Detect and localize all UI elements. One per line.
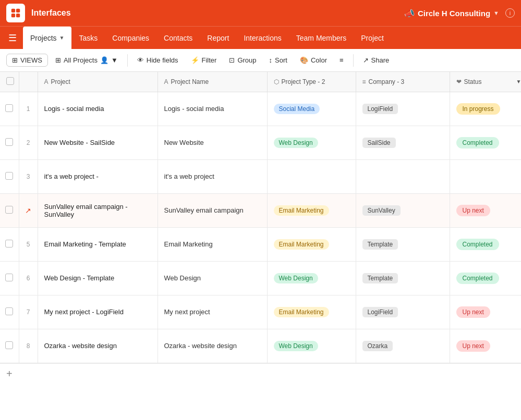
project-name-cell[interactable]: Web Design bbox=[157, 261, 267, 295]
table-row[interactable]: 3it's a web project -it's a web project bbox=[0, 159, 521, 193]
tab-report[interactable]: Report bbox=[200, 27, 236, 50]
status-cell[interactable]: Completed bbox=[450, 261, 521, 295]
table-header-row: A Project A Project Name ⬡ Project Type … bbox=[0, 72, 521, 92]
filter-button[interactable]: ⚡ Filter bbox=[186, 54, 222, 67]
hide-fields-button[interactable]: 👁 Hide fields bbox=[132, 54, 184, 67]
share-button[interactable]: ↗ Share bbox=[358, 54, 395, 67]
hamburger-icon[interactable]: ☰ bbox=[4, 30, 21, 46]
row-height-button[interactable]: ≡ bbox=[334, 54, 349, 67]
separator-1 bbox=[127, 54, 128, 67]
status-cell[interactable]: Completed bbox=[450, 126, 521, 159]
project-cell[interactable]: Web Design - Template bbox=[38, 261, 157, 295]
project-name-cell[interactable]: Ozarka - website design bbox=[157, 329, 267, 363]
checkbox[interactable] bbox=[5, 172, 13, 180]
company-cell[interactable]: LogiField bbox=[356, 295, 450, 329]
project-type-cell[interactable]: Web Design bbox=[267, 329, 356, 363]
table-row[interactable]: 7My next project - LogiFieldMy next proj… bbox=[0, 295, 521, 329]
project-type-cell[interactable]: Email Marketing bbox=[267, 295, 356, 329]
tab-companies[interactable]: Companies bbox=[105, 27, 156, 50]
company-cell[interactable]: SailSide bbox=[356, 126, 450, 159]
header-project[interactable]: A Project bbox=[38, 72, 157, 92]
header-project-name[interactable]: A Project Name bbox=[157, 72, 267, 92]
company-cell[interactable] bbox=[356, 159, 450, 193]
project-name-cell[interactable]: My next project bbox=[157, 295, 267, 329]
company-cell[interactable]: Template bbox=[356, 261, 450, 295]
project-type-cell[interactable]: Social Media bbox=[267, 92, 356, 126]
checkbox[interactable] bbox=[5, 206, 13, 214]
logo[interactable] bbox=[6, 4, 25, 22]
tab-tasks[interactable]: Tasks bbox=[71, 27, 105, 50]
project-cell[interactable]: Email Marketing - Template bbox=[38, 227, 157, 261]
table-row[interactable]: 1Logis - social mediaLogis - social medi… bbox=[0, 92, 521, 126]
tab-team-members[interactable]: Team Members bbox=[289, 27, 354, 50]
link-icon[interactable]: ↗ bbox=[25, 206, 31, 215]
header-status[interactable]: ❤ Status ▼ bbox=[450, 72, 521, 92]
project-cell[interactable]: Logis - social media bbox=[38, 92, 157, 126]
project-name-cell[interactable]: it's a web project bbox=[157, 159, 267, 193]
header-company[interactable]: ≡ Company - 3 bbox=[356, 72, 450, 92]
project-type-cell[interactable]: Email Marketing bbox=[267, 193, 356, 227]
row-checkbox[interactable] bbox=[0, 92, 19, 126]
table-row[interactable]: 2New Website - SailSideNew WebsiteWeb De… bbox=[0, 126, 521, 159]
project-type-cell[interactable]: Email Marketing bbox=[267, 227, 356, 261]
company-cell[interactable]: Ozarka bbox=[356, 329, 450, 363]
status-cell[interactable]: Up next bbox=[450, 295, 521, 329]
status-cell[interactable]: Up next bbox=[450, 193, 521, 227]
project-cell[interactable]: it's a web project - bbox=[38, 159, 157, 193]
checkbox[interactable] bbox=[5, 307, 13, 315]
status-cell[interactable]: Up next bbox=[450, 329, 521, 363]
checkbox[interactable] bbox=[5, 274, 13, 281]
share-icon: ↗ bbox=[363, 56, 369, 64]
project-cell[interactable]: My next project - LogiField bbox=[38, 295, 157, 329]
table-row[interactable]: 5Email Marketing - TemplateEmail Marketi… bbox=[0, 227, 521, 261]
project-type-cell[interactable]: Web Design bbox=[267, 126, 356, 159]
project-cell[interactable]: Ozarka - website design bbox=[38, 329, 157, 363]
select-all-checkbox[interactable] bbox=[6, 77, 14, 85]
company-cell[interactable]: Template bbox=[356, 227, 450, 261]
status-cell[interactable]: In progress bbox=[450, 92, 521, 126]
info-icon[interactable]: i bbox=[505, 8, 515, 18]
project-cell[interactable]: New Website - SailSide bbox=[38, 126, 157, 159]
checkbox[interactable] bbox=[5, 240, 13, 248]
color-button[interactable]: 🎨 Color bbox=[295, 54, 332, 67]
row-checkbox[interactable] bbox=[0, 295, 19, 329]
project-cell[interactable]: SunValley email campaign - SunValley bbox=[38, 193, 157, 227]
project-name-cell[interactable]: New Website bbox=[157, 126, 267, 159]
row-checkbox[interactable] bbox=[0, 261, 19, 295]
project-type-cell[interactable]: Web Design bbox=[267, 261, 356, 295]
company-cell[interactable]: LogiField bbox=[356, 92, 450, 126]
row-checkbox[interactable] bbox=[0, 159, 19, 193]
project-name-cell[interactable]: SunValley email campaign bbox=[157, 193, 267, 227]
table-row[interactable]: 8Ozarka - website designOzarka - website… bbox=[0, 329, 521, 363]
tab-projects[interactable]: Projects ▼ bbox=[23, 27, 71, 50]
tab-interactions[interactable]: Interactions bbox=[236, 27, 288, 50]
status-cell[interactable] bbox=[450, 159, 521, 193]
table-row[interactable]: ↗SunValley email campaign - SunValleySun… bbox=[0, 193, 521, 227]
sort-button[interactable]: ↕ Sort bbox=[264, 54, 293, 67]
checkbox[interactable] bbox=[5, 341, 13, 349]
project-name-cell[interactable]: Email Marketing bbox=[157, 227, 267, 261]
row-checkbox[interactable] bbox=[0, 193, 19, 227]
row-checkbox[interactable] bbox=[0, 329, 19, 363]
add-row-button[interactable]: + bbox=[0, 363, 521, 384]
tab-contacts[interactable]: Contacts bbox=[156, 27, 200, 50]
project-name-cell[interactable]: Logis - social media bbox=[157, 92, 267, 126]
project-type-badge: Email Marketing bbox=[274, 205, 329, 216]
status-cell[interactable]: Completed bbox=[450, 227, 521, 261]
workspace-name[interactable]: 📣 Circle H Consulting ▼ bbox=[404, 8, 499, 18]
top-bar: Interfaces 📣 Circle H Consulting ▼ i bbox=[0, 0, 521, 26]
all-projects-button[interactable]: ⊞ All Projects 👤 ▼ bbox=[50, 54, 123, 67]
checkbox[interactable] bbox=[5, 104, 13, 112]
tab-project[interactable]: Project bbox=[354, 27, 391, 50]
header-project-type[interactable]: ⬡ Project Type - 2 bbox=[267, 72, 356, 92]
header-checkbox[interactable] bbox=[0, 72, 19, 92]
views-button[interactable]: ⊞ VIEWS bbox=[6, 54, 48, 67]
table-row[interactable]: 6Web Design - TemplateWeb DesignWeb Desi… bbox=[0, 261, 521, 295]
project-type-cell[interactable] bbox=[267, 159, 356, 193]
checkbox[interactable] bbox=[5, 138, 13, 146]
row-checkbox[interactable] bbox=[0, 227, 19, 261]
group-button[interactable]: ⊡ Group bbox=[224, 54, 261, 67]
row-checkbox[interactable] bbox=[0, 126, 19, 159]
nav-bar: ☰ Projects ▼ Tasks Companies Contacts Re… bbox=[0, 26, 521, 49]
company-cell[interactable]: SunValley bbox=[356, 193, 450, 227]
